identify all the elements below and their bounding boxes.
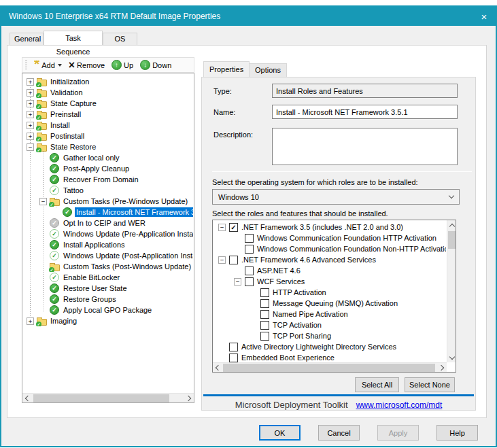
tree-item[interactable]: ✓Install Applications	[22, 239, 193, 250]
scrollbar-thumb[interactable]	[223, 364, 435, 372]
feature-row[interactable]: Message Queuing (MSMQ) Activation	[213, 298, 446, 309]
expand-icon[interactable]: +	[27, 122, 34, 129]
checkbox[interactable]	[229, 256, 238, 264]
tree-item[interactable]: +Postinstall	[22, 131, 193, 141]
collapse-icon[interactable]: −	[27, 143, 34, 151]
feature-row[interactable]: −.NET Framework 4.6 Advanced Services	[213, 254, 446, 265]
expand-icon[interactable]: +	[27, 317, 34, 325]
scroll-down-icon[interactable]	[447, 353, 456, 362]
tree-item[interactable]: +State Capture	[22, 98, 193, 109]
feature-row[interactable]: TCP Activation	[213, 320, 446, 330]
scroll-up-icon[interactable]	[447, 220, 456, 230]
move-down-button[interactable]: ↓ Down	[138, 59, 173, 71]
scroll-right-icon[interactable]	[184, 394, 194, 403]
scroll-left-icon[interactable]	[213, 363, 222, 373]
name-input[interactable]	[272, 105, 458, 119]
tree-item[interactable]: +Preinstall	[22, 109, 193, 120]
feature-row[interactable]: −✓.NET Framework 3.5 (includes .NET 2.0 …	[213, 222, 446, 232]
checkbox[interactable]	[245, 245, 254, 254]
checkbox[interactable]	[229, 354, 238, 362]
tree-item[interactable]: ✓Restore Groups	[22, 294, 193, 305]
expand-toggle[interactable]: +	[27, 317, 37, 325]
feature-row[interactable]: ASP.NET 4.6	[213, 265, 446, 276]
help-button[interactable]: Help	[436, 425, 478, 441]
scroll-right-icon[interactable]	[437, 363, 447, 373]
roles-vertical-scrollbar[interactable]	[447, 220, 456, 362]
ok-button[interactable]: OK	[259, 425, 301, 441]
expand-icon[interactable]: +	[27, 89, 34, 97]
tree-item[interactable]: +Validation	[22, 87, 193, 98]
tree-item[interactable]: −Custom Tasks (Pre-Windows Update)	[22, 196, 193, 207]
checkbox[interactable]	[260, 288, 269, 297]
checkbox[interactable]	[260, 321, 269, 330]
tree-item[interactable]: ✓Windows Update (Pre-Application Install…	[22, 228, 193, 239]
tab-general[interactable]: General	[10, 33, 44, 45]
move-up-button[interactable]: ↑ Up	[109, 59, 135, 71]
collapse-icon[interactable]: −	[234, 278, 241, 286]
tab-properties[interactable]: Properties	[203, 61, 250, 77]
feature-row[interactable]: Named Pipe Activation	[213, 309, 446, 320]
os-dropdown[interactable]: Windows 10	[212, 189, 460, 205]
feature-row[interactable]: Active Directory Lightweight Directory S…	[213, 341, 446, 352]
tab-task-sequence[interactable]: Task Sequence	[44, 31, 103, 45]
checkbox[interactable]: ✓	[229, 223, 238, 232]
collapse-icon[interactable]: −	[218, 256, 226, 264]
feature-row[interactable]: Windows Communication Foundation HTTP Ac…	[213, 232, 446, 243]
checkbox[interactable]	[245, 277, 254, 286]
expand-toggle[interactable]: −	[39, 198, 50, 205]
expand-icon[interactable]: +	[27, 111, 34, 118]
tree-item[interactable]: ✓Gather local only	[22, 152, 193, 163]
tree-item[interactable]: ✓Apply Local GPO Package	[22, 305, 193, 315]
tab-os-info[interactable]: OS Info	[103, 33, 137, 45]
tree-item[interactable]: −State Restore	[22, 141, 193, 152]
expand-toggle[interactable]: +	[27, 111, 37, 118]
expand-toggle[interactable]: +	[27, 122, 37, 129]
description-input[interactable]	[272, 128, 458, 165]
select-all-button[interactable]: Select All	[355, 377, 399, 392]
tree-item[interactable]: ✓Install - Microsoft NET Framework 3.5.1	[22, 207, 193, 218]
tree-item[interactable]: +Initialization	[22, 76, 193, 87]
tree-item[interactable]: ✓Restore User State	[22, 283, 193, 294]
feature-row[interactable]: −WCF Services	[213, 276, 446, 287]
scrollbar-thumb[interactable]	[448, 231, 456, 249]
collapse-icon[interactable]: −	[218, 224, 226, 231]
apply-button[interactable]: Apply	[377, 425, 419, 441]
tree-item[interactable]: +Imaging	[22, 315, 193, 326]
expand-toggle[interactable]: +	[27, 133, 37, 140]
feature-row[interactable]: TCP Port Sharing	[213, 330, 446, 341]
tree-item[interactable]: Custom Tasks (Post-Windows Update)	[22, 261, 193, 272]
checkbox[interactable]	[229, 343, 238, 351]
checkbox[interactable]	[245, 234, 254, 243]
tree-item[interactable]: +Install	[22, 120, 193, 131]
tab-options[interactable]: Options	[249, 63, 287, 77]
feature-row[interactable]: Embedded Boot Experience	[213, 352, 446, 363]
scroll-left-icon[interactable]	[22, 394, 32, 403]
expand-icon[interactable]: +	[27, 78, 34, 86]
cancel-button[interactable]: Cancel	[318, 425, 360, 441]
expand-toggle[interactable]: −	[27, 143, 37, 151]
checkbox[interactable]	[260, 310, 269, 319]
roles-horizontal-scrollbar[interactable]	[213, 362, 447, 372]
select-none-button[interactable]: Select None	[405, 377, 455, 392]
tree-horizontal-scrollbar[interactable]	[22, 393, 194, 402]
expand-toggle[interactable]: −	[234, 278, 245, 286]
remove-button[interactable]: × Remove	[67, 61, 107, 70]
tree-item[interactable]: ✓Post-Apply Cleanup	[22, 163, 193, 174]
expand-toggle[interactable]: +	[27, 78, 37, 86]
expand-toggle[interactable]: +	[27, 89, 37, 97]
tree-item[interactable]: ✓Opt In to CEIP and WER	[22, 218, 193, 228]
expand-toggle[interactable]: +	[27, 100, 37, 107]
scrollbar-thumb[interactable]	[33, 394, 169, 402]
expand-toggle[interactable]: −	[218, 256, 229, 264]
close-icon[interactable]: ×	[473, 7, 496, 26]
checkbox[interactable]	[245, 266, 254, 275]
collapse-icon[interactable]: −	[39, 198, 47, 205]
expand-toggle[interactable]: −	[218, 224, 229, 231]
add-button[interactable]: * Add	[32, 60, 64, 71]
checkbox[interactable]	[260, 299, 269, 308]
checkbox[interactable]	[260, 332, 269, 341]
tree-item[interactable]: ✓Tattoo	[22, 185, 193, 196]
feature-row[interactable]: Windows Communication Foundation Non-HTT…	[213, 243, 446, 254]
mdt-footer-link[interactable]: www.microsoft.com/mdt	[356, 400, 443, 410]
tree-item[interactable]: ✓Recover From Domain	[22, 174, 193, 185]
